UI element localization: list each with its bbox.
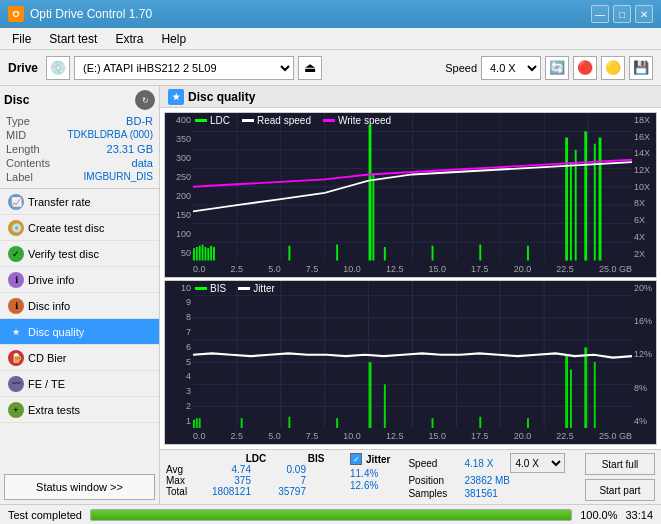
refresh-speed-btn[interactable]: 🔄	[545, 56, 569, 80]
samples-label: Samples	[408, 488, 458, 499]
sidebar-item-cd-bier[interactable]: 🍺 CD Bier	[0, 345, 159, 371]
disc-contents-row: Contents data	[4, 156, 155, 170]
svg-rect-24	[369, 125, 372, 260]
disc-refresh-icon[interactable]: ↻	[135, 90, 155, 110]
stats-bar: LDC BIS Avg 4.74 0.09 Max 375 7 Total 18…	[160, 449, 661, 504]
eject-btn[interactable]: ⏏	[298, 56, 322, 80]
verify-test-disc-icon: ✓	[8, 246, 24, 262]
jitter-checkbox[interactable]: ✓	[350, 453, 362, 465]
svg-rect-66	[479, 416, 481, 428]
menu-start-test[interactable]: Start test	[41, 30, 105, 48]
legend-jitter-label: Jitter	[253, 283, 275, 294]
titlebar: O Opti Drive Control 1.70 — □ ✕	[0, 0, 661, 28]
sidebar-item-extra-tests[interactable]: + Extra tests	[0, 397, 159, 423]
disc-length-value: 23.31 GB	[107, 143, 153, 155]
svg-rect-65	[432, 418, 434, 428]
sidebar-item-disc-quality[interactable]: ★ Disc quality	[0, 319, 159, 345]
sidebar-item-drive-info[interactable]: ℹ Drive info	[0, 267, 159, 293]
burn-btn[interactable]: 🔴	[573, 56, 597, 80]
status-window-button[interactable]: Status window >>	[4, 474, 155, 500]
samples-row: Samples 381561	[408, 488, 565, 499]
speed-label: Speed	[445, 62, 477, 74]
svg-rect-57	[384, 384, 386, 428]
svg-rect-31	[527, 246, 529, 261]
disc-mid-label: MID	[6, 129, 26, 141]
window-controls[interactable]: — □ ✕	[591, 5, 653, 23]
menu-extra[interactable]: Extra	[107, 30, 151, 48]
max-ldc-value: 375	[206, 475, 251, 486]
sidebar-item-disc-info[interactable]: ℹ Disc info	[0, 293, 159, 319]
avg-label: Avg	[166, 464, 196, 475]
chart2-x-axis: 0.0 2.5 5.0 7.5 10.0 12.5 15.0 17.5 20.0…	[193, 428, 632, 444]
svg-rect-17	[196, 247, 198, 261]
chart2-y-axis-left: 10 9 8 7 6 5 4 3 2 1	[165, 281, 193, 429]
position-row: Position 23862 MB	[408, 475, 565, 486]
svg-rect-34	[575, 150, 577, 261]
svg-rect-54	[196, 418, 198, 428]
svg-rect-27	[336, 245, 338, 261]
close-button[interactable]: ✕	[635, 5, 653, 23]
progress-bar	[90, 509, 572, 521]
sidebar-item-transfer-rate[interactable]: 📈 Transfer rate	[0, 189, 159, 215]
action-buttons: Start full Start part	[585, 453, 655, 501]
drive-label: Drive	[8, 61, 38, 75]
jitter-header: Jitter	[366, 454, 390, 465]
jitter-avg-row: 11.4%	[350, 467, 390, 479]
legend-write-speed: Write speed	[323, 115, 391, 126]
legend-ldc: LDC	[195, 115, 230, 126]
minimize-button[interactable]: —	[591, 5, 609, 23]
svg-rect-16	[193, 248, 195, 260]
erase-btn[interactable]: 🟡	[601, 56, 625, 80]
extra-tests-icon: +	[8, 402, 24, 418]
legend-jitter-color	[238, 287, 250, 290]
maximize-button[interactable]: □	[613, 5, 631, 23]
svg-rect-59	[570, 369, 572, 428]
sidebar-item-create-test-disc[interactable]: 💿 Create test disc	[0, 215, 159, 241]
progress-percentage: 100.0%	[580, 509, 617, 521]
disc-quality-header-icon: ★	[168, 89, 184, 105]
svg-rect-33	[570, 162, 572, 260]
sidebar-item-disc-info-label: Disc info	[28, 300, 70, 312]
speed-combo[interactable]: 4.0 X	[481, 56, 541, 80]
start-part-button[interactable]: Start part	[585, 479, 655, 501]
disc-header-text: Disc	[4, 93, 29, 107]
charts-area: LDC Read speed Write speed 400 350 300	[160, 108, 661, 449]
statusbar: Test completed 100.0% 33:14	[0, 504, 661, 524]
legend-ldc-color	[195, 119, 207, 122]
create-test-disc-icon: 💿	[8, 220, 24, 236]
menu-help[interactable]: Help	[153, 30, 194, 48]
speed-stat-value: 4.18 X	[464, 458, 504, 469]
legend-jitter: Jitter	[238, 283, 275, 294]
legend-bis-label: BIS	[210, 283, 226, 294]
sidebar-item-fe-te[interactable]: 〰 FE / TE	[0, 371, 159, 397]
speed-select[interactable]: 4.0 X	[510, 453, 565, 473]
app-icon: O	[8, 6, 24, 22]
max-label: Max	[166, 475, 196, 486]
disc-type-value: BD-R	[126, 115, 153, 127]
disc-info-icon: ℹ	[8, 298, 24, 314]
total-label: Total	[166, 486, 196, 497]
save-btn[interactable]: 💾	[629, 56, 653, 80]
svg-rect-64	[336, 418, 338, 428]
menu-file[interactable]: File	[4, 30, 39, 48]
disc-type-label: Type	[6, 115, 30, 127]
stats-max-row: Max 375 7	[166, 475, 336, 486]
progress-bar-fill	[91, 510, 571, 520]
chart1-plot	[193, 113, 632, 261]
start-full-button[interactable]: Start full	[585, 453, 655, 475]
svg-rect-32	[565, 138, 568, 261]
app-title: Opti Drive Control 1.70	[30, 7, 152, 21]
chart1-y-axis-left: 400 350 300 250 200 150 100 50	[165, 113, 193, 261]
ldc-header	[166, 453, 216, 464]
max-bis-value: 7	[261, 475, 306, 486]
sidebar-item-extra-tests-label: Extra tests	[28, 404, 80, 416]
jitter-header-row: ✓ Jitter	[350, 453, 390, 465]
svg-rect-23	[213, 247, 215, 261]
status-text: Test completed	[8, 509, 82, 521]
sidebar-item-verify-test-disc[interactable]: ✓ Verify test disc	[0, 241, 159, 267]
svg-rect-22	[210, 246, 212, 261]
legend-write-speed-label: Write speed	[338, 115, 391, 126]
svg-rect-21	[207, 248, 209, 260]
elapsed-time: 33:14	[625, 509, 653, 521]
drive-combo[interactable]: (E:) ATAPI iHBS212 2 5L09	[74, 56, 294, 80]
